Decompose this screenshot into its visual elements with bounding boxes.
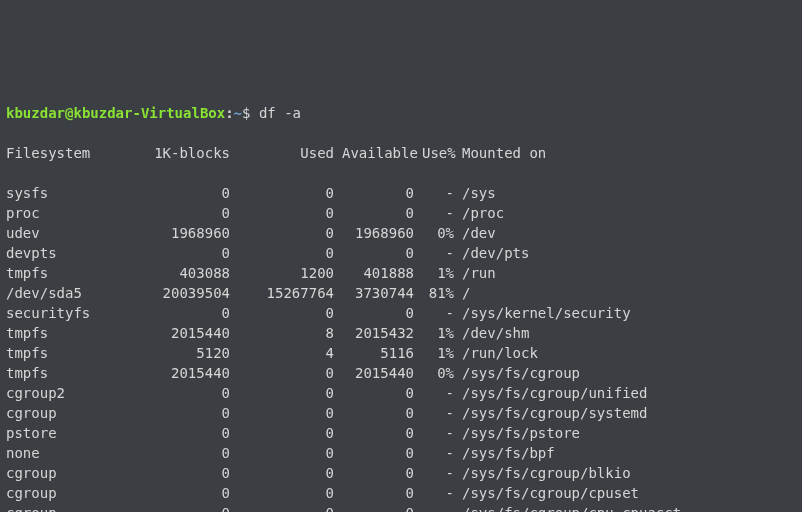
cell-blocks: 0 [118,443,230,463]
cell-filesystem: devpts [6,243,118,263]
cell-available: 2015432 [334,323,414,343]
prompt-colon: : [225,105,233,121]
cell-used: 15267764 [230,283,334,303]
cell-used: 0 [230,203,334,223]
header-available: Available [334,143,414,163]
table-row: none000-/sys/fs/bpf [6,443,796,463]
cell-blocks: 0 [118,403,230,423]
cell-available: 0 [334,203,414,223]
cell-usep: - [414,183,454,203]
cell-mount: /sys/fs/pstore [454,423,580,443]
table-row: devpts000-/dev/pts [6,243,796,263]
cell-usep: 81% [414,283,454,303]
prompt-line[interactable]: kbuzdar@kbuzdar-VirtualBox:~$ df -a [6,103,796,123]
cell-filesystem: cgroup [6,463,118,483]
cell-used: 0 [230,463,334,483]
cell-usep: - [414,203,454,223]
table-row: tmpfs40308812004018881%/run [6,263,796,283]
cell-available: 0 [334,403,414,423]
cell-available: 1968960 [334,223,414,243]
cell-mount: /run [454,263,496,283]
cell-filesystem: pstore [6,423,118,443]
cell-blocks: 1968960 [118,223,230,243]
cell-mount: /sys/fs/cgroup/cpu,cpuacct [454,503,681,512]
cell-used: 0 [230,423,334,443]
cell-blocks: 0 [118,383,230,403]
command-text: df -a [259,105,301,121]
cell-usep: - [414,503,454,512]
cell-used: 0 [230,503,334,512]
cell-usep: - [414,423,454,443]
cell-blocks: 2015440 [118,323,230,343]
cell-used: 0 [230,303,334,323]
terminal-output: kbuzdar@kbuzdar-VirtualBox:~$ df -a File… [6,83,796,512]
cell-blocks: 0 [118,503,230,512]
cell-mount: /dev/shm [454,323,529,343]
table-row: udev1968960019689600%/dev [6,223,796,243]
cell-used: 0 [230,483,334,503]
table-row: cgroup000-/sys/fs/cgroup/blkio [6,463,796,483]
table-row: /dev/sda52003950415267764373074481%/ [6,283,796,303]
table-row: tmpfs2015440820154321%/dev/shm [6,323,796,343]
cell-mount: / [454,283,470,303]
cell-available: 5116 [334,343,414,363]
cell-filesystem: none [6,443,118,463]
cell-usep: - [414,303,454,323]
cell-available: 0 [334,383,414,403]
cell-blocks: 0 [118,483,230,503]
table-row: tmpfs5120451161%/run/lock [6,343,796,363]
cell-filesystem: tmpfs [6,363,118,383]
cell-mount: /proc [454,203,504,223]
cell-filesystem: cgroup2 [6,383,118,403]
cell-used: 8 [230,323,334,343]
table-row: cgroup000-/sys/fs/cgroup/cpuset [6,483,796,503]
table-row: cgroup000-/sys/fs/cgroup/systemd [6,403,796,423]
cell-usep: - [414,383,454,403]
cell-filesystem: tmpfs [6,343,118,363]
cell-used: 0 [230,183,334,203]
cell-filesystem: sysfs [6,183,118,203]
cell-blocks: 20039504 [118,283,230,303]
cell-filesystem: /dev/sda5 [6,283,118,303]
cell-mount: /sys/kernel/security [454,303,631,323]
cell-mount: /dev [454,223,496,243]
table-row: pstore000-/sys/fs/pstore [6,423,796,443]
table-row: proc000-/proc [6,203,796,223]
cell-available: 2015440 [334,363,414,383]
table-row: cgroup000-/sys/fs/cgroup/cpu,cpuacct [6,503,796,512]
cell-blocks: 0 [118,303,230,323]
cell-mount: /sys [454,183,496,203]
cell-filesystem: tmpfs [6,323,118,343]
cell-usep: - [414,443,454,463]
cell-usep: 0% [414,223,454,243]
table-row: securityfs000-/sys/kernel/security [6,303,796,323]
cell-mount: /run/lock [454,343,538,363]
cell-usep: - [414,463,454,483]
header-blocks: 1K-blocks [118,143,230,163]
cell-blocks: 0 [118,463,230,483]
cell-mount: /dev/pts [454,243,529,263]
cell-usep: - [414,483,454,503]
cell-filesystem: cgroup [6,503,118,512]
header-mounted: Mounted on [454,143,546,163]
prompt-host: kbuzdar-VirtualBox [73,105,225,121]
table-row: sysfs000-/sys [6,183,796,203]
cell-available: 0 [334,483,414,503]
table-row: tmpfs2015440020154400%/sys/fs/cgroup [6,363,796,383]
cell-used: 0 [230,403,334,423]
cell-used: 0 [230,243,334,263]
cell-mount: /sys/fs/cgroup/blkio [454,463,631,483]
cell-blocks: 2015440 [118,363,230,383]
prompt-user: kbuzdar [6,105,65,121]
cell-available: 401888 [334,263,414,283]
cell-used: 0 [230,363,334,383]
cell-mount: /sys/fs/cgroup [454,363,580,383]
header-used: Used [230,143,334,163]
cell-used: 0 [230,383,334,403]
table-row: cgroup2000-/sys/fs/cgroup/unified [6,383,796,403]
cell-filesystem: tmpfs [6,263,118,283]
cell-available: 3730744 [334,283,414,303]
prompt-dollar: $ [242,105,259,121]
cell-available: 0 [334,463,414,483]
cell-available: 0 [334,503,414,512]
